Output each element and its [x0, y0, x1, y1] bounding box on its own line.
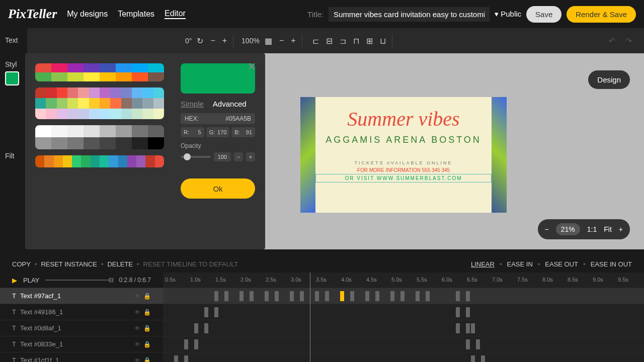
current-color-swatch[interactable]: [5, 71, 19, 85]
palette-color[interactable]: [155, 155, 164, 167]
palette-color[interactable]: [78, 98, 89, 109]
palette-color[interactable]: [51, 125, 67, 137]
palette-color[interactable]: [148, 125, 164, 137]
align-bottom-icon[interactable]: ⊔: [378, 34, 388, 48]
card-line1-text[interactable]: TICKETS AVAILABLE ONLINE: [315, 160, 492, 165]
palette-color[interactable]: [67, 137, 84, 149]
eye-icon[interactable]: 👁: [134, 341, 140, 348]
palette-color[interactable]: [81, 155, 90, 167]
zoom-out-button[interactable]: −: [545, 225, 549, 233]
palette-color[interactable]: [72, 155, 81, 167]
keyframe[interactable]: [300, 291, 304, 301]
palette-color[interactable]: [110, 109, 121, 119]
palette-color[interactable]: [84, 137, 100, 149]
palette-color[interactable]: [35, 109, 46, 119]
align-top-icon[interactable]: ⊓: [351, 34, 361, 48]
palette-color[interactable]: [67, 87, 78, 98]
palette-color[interactable]: [46, 109, 56, 119]
palette-color[interactable]: [148, 137, 164, 149]
keyframe[interactable]: [239, 291, 244, 301]
undo-icon[interactable]: ↶: [607, 34, 617, 48]
keyframe[interactable]: [375, 291, 379, 301]
palette-color[interactable]: [54, 155, 63, 167]
keyframe[interactable]: [466, 323, 470, 333]
palette-color[interactable]: [57, 109, 67, 119]
keyframe[interactable]: [325, 291, 329, 301]
palette-color[interactable]: [100, 109, 110, 119]
eye-icon[interactable]: 👁: [134, 357, 140, 363]
palette-color[interactable]: [132, 125, 148, 137]
palette-color[interactable]: [142, 87, 153, 98]
zoom-in-button[interactable]: +: [619, 225, 623, 233]
keyframe[interactable]: [174, 355, 178, 362]
palette-color[interactable]: [100, 137, 116, 149]
zoom-plus[interactable]: +: [289, 34, 297, 47]
timeline-layer[interactable]: TText #0d8af_1👁🔒: [0, 320, 163, 336]
palette-color[interactable]: [46, 98, 56, 109]
keyframe[interactable]: [466, 339, 470, 349]
palette-color[interactable]: [153, 98, 164, 109]
palette-color[interactable]: [148, 72, 164, 81]
tl-reset-instance[interactable]: RESET INSTANCE: [41, 260, 97, 268]
card-line2-text[interactable]: FOR MORE INFORMATION 555 345 345: [315, 167, 492, 173]
card-line3-text[interactable]: OR VISIT WWW.SUMMERBLAST.COM: [315, 174, 492, 183]
timeline-track[interactable]: [163, 352, 644, 362]
timeline-track[interactable]: [163, 304, 644, 320]
playhead[interactable]: [310, 273, 310, 362]
palette-color[interactable]: [132, 63, 148, 72]
save-button[interactable]: Save: [526, 6, 561, 23]
ease-linear[interactable]: LINEAR: [471, 260, 495, 268]
timeline-layer[interactable]: TText #97acf_1👁🔒: [0, 288, 163, 304]
timeline-track[interactable]: [163, 288, 644, 304]
keyframe[interactable]: [466, 307, 470, 317]
lock-icon[interactable]: 🔒: [143, 357, 151, 363]
palette-color[interactable]: [116, 137, 132, 149]
keyframe[interactable]: [204, 307, 208, 317]
palette-color[interactable]: [35, 63, 51, 72]
palette-color[interactable]: [84, 63, 100, 72]
keyframe[interactable]: [456, 323, 460, 333]
keyframe[interactable]: [456, 291, 460, 301]
keyframe[interactable]: [456, 307, 460, 317]
palette-color[interactable]: [116, 125, 132, 137]
palette-color[interactable]: [142, 109, 153, 119]
keyframe[interactable]: [194, 339, 198, 349]
palette-color[interactable]: [110, 98, 121, 109]
nav-my-designs[interactable]: My designs: [67, 10, 108, 19]
opacity-plus[interactable]: +: [246, 152, 255, 161]
keyframe[interactable]: [365, 291, 369, 301]
palette-color[interactable]: [51, 72, 67, 81]
timeline-track[interactable]: [163, 320, 644, 336]
palette-color[interactable]: [89, 87, 100, 98]
timeline-layer[interactable]: TText #0833e_1👁🔒: [0, 336, 163, 352]
palette-color[interactable]: [148, 63, 164, 72]
palette-color[interactable]: [84, 125, 100, 137]
palette-color[interactable]: [35, 72, 51, 81]
palette-color[interactable]: [100, 125, 116, 137]
zoom-minus[interactable]: −: [277, 34, 286, 47]
palette-color[interactable]: [100, 72, 116, 81]
keyframe[interactable]: [275, 291, 279, 301]
logo[interactable]: PixTeller: [8, 7, 57, 22]
keyframe[interactable]: [214, 307, 218, 317]
tl-copy[interactable]: COPY: [12, 260, 31, 268]
rotation-minus[interactable]: −: [208, 34, 217, 47]
palette-color[interactable]: [51, 63, 67, 72]
visibility-dropdown[interactable]: ▾ Public: [495, 10, 521, 19]
redo-icon[interactable]: ↷: [623, 34, 634, 48]
zoom-ratio-button[interactable]: 1:1: [587, 225, 597, 233]
play-icon[interactable]: ▶: [12, 277, 17, 284]
palette-color[interactable]: [121, 109, 132, 119]
tab-advanced[interactable]: Advanced: [213, 100, 247, 108]
palette-color[interactable]: [63, 155, 72, 167]
render-save-button[interactable]: Render & Save: [567, 6, 636, 23]
zoom-fit-button[interactable]: Fit: [604, 225, 612, 233]
design-mode-button[interactable]: Design: [588, 70, 630, 89]
close-icon[interactable]: ✕: [247, 60, 256, 73]
hex-value[interactable]: #05AA5B: [225, 115, 251, 122]
rotation-plus[interactable]: +: [220, 34, 229, 47]
palette-color[interactable]: [118, 155, 127, 167]
align-left-icon[interactable]: ⊏: [310, 34, 321, 48]
tl-delete[interactable]: DELETE: [107, 260, 133, 268]
palette-color[interactable]: [145, 155, 154, 167]
